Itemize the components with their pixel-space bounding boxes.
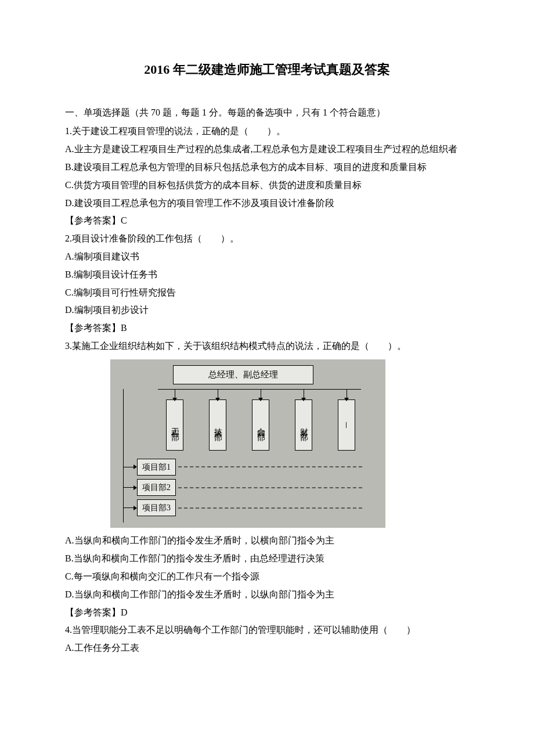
org-project-box: 项目部3 xyxy=(137,499,176,516)
page-title: 2016 年二级建造师施工管理考试真题及答案 xyxy=(46,58,488,81)
org-dept: 财务部 xyxy=(295,399,312,451)
org-project-row: 项目部1 xyxy=(118,459,368,476)
q2-answer: 【参考答案】B xyxy=(46,320,488,337)
q4-stem: 4.当管理职能分工表不足以明确每个工作部门的管理职能时，还可以辅助使用（ ） xyxy=(46,622,488,639)
q1-answer: 【参考答案】C xyxy=(46,213,488,229)
org-project-box: 项目部1 xyxy=(137,459,176,476)
q1-stem: 1.关于建设工程项目管理的说法，正确的是（ ）。 xyxy=(46,123,488,140)
q2-option-d: D.编制项目初步设计 xyxy=(46,302,488,319)
org-dept-label: 合同部 xyxy=(256,422,265,429)
q3-option-a: A.当纵向和横向工作部门的指令发生矛盾时，以横向部门指令为主 xyxy=(46,532,488,549)
section-header: 一、单项选择题（共 70 题，每题 1 分。每题的备选项中，只有 1 个符合题意… xyxy=(46,105,488,121)
org-dept: 工程部 xyxy=(166,399,183,451)
org-dept-label: ⸺ xyxy=(342,421,351,429)
org-dept: 技术部 xyxy=(209,399,226,451)
q2-stem: 2.项目设计准备阶段的工作包括（ ）。 xyxy=(46,231,488,247)
q3-stem: 3.某施工企业组织结构如下，关于该组织结构模式特点的说法，正确的是（ ）。 xyxy=(46,338,488,355)
q3-answer: 【参考答案】D xyxy=(46,604,488,621)
q4-option-a: A.工作任务分工表 xyxy=(46,640,488,657)
org-project-box: 项目部2 xyxy=(137,479,176,496)
q2-option-a: A.编制项目建议书 xyxy=(46,249,488,265)
q2-option-b: B.编制项目设计任务书 xyxy=(46,267,488,283)
q3-option-b: B.当纵向和横向工作部门的指令发生矛盾时，由总经理进行决策 xyxy=(46,550,488,567)
org-dept-label: 工程部 xyxy=(170,422,179,429)
org-top-box: 总经理、副总经理 xyxy=(173,365,313,384)
q3-option-c: C.每一项纵向和横向交汇的工作只有一个指令源 xyxy=(46,568,488,585)
q2-option-c: C.编制项目可行性研究报告 xyxy=(46,285,488,301)
org-dept-label: 技术部 xyxy=(213,422,222,429)
q3-option-d: D.当纵向和横向工作部门的指令发生矛盾时，以纵向部门指令为主 xyxy=(46,586,488,603)
org-dept-label: 财务部 xyxy=(299,422,308,429)
org-project-row: 项目部3 xyxy=(118,499,368,516)
org-dept: 合同部 xyxy=(252,399,269,451)
q1-option-d: D.建设项目工程总承包方的项目管理工作不涉及项目设计准备阶段 xyxy=(46,195,488,212)
org-dept: ⸺ xyxy=(338,399,355,451)
q1-option-a: A.业主方是建设工程项目生产过程的总集成者,工程总承包方是建设工程项目生产过程的… xyxy=(46,141,488,158)
org-chart-diagram: 总经理、副总经理 工程部 技术部 合同部 财务部 ⸺ 项目部1 项 xyxy=(110,359,488,528)
org-project-row: 项目部2 xyxy=(118,479,368,496)
q1-option-c: C.供货方项目管理的目标包括供货方的成本目标、供货的进度和质量目标 xyxy=(46,177,488,194)
q1-option-b: B.建设项目工程总承包方管理的目标只包括总承包方的成本目标、项目的进度和质量目标 xyxy=(46,159,488,176)
